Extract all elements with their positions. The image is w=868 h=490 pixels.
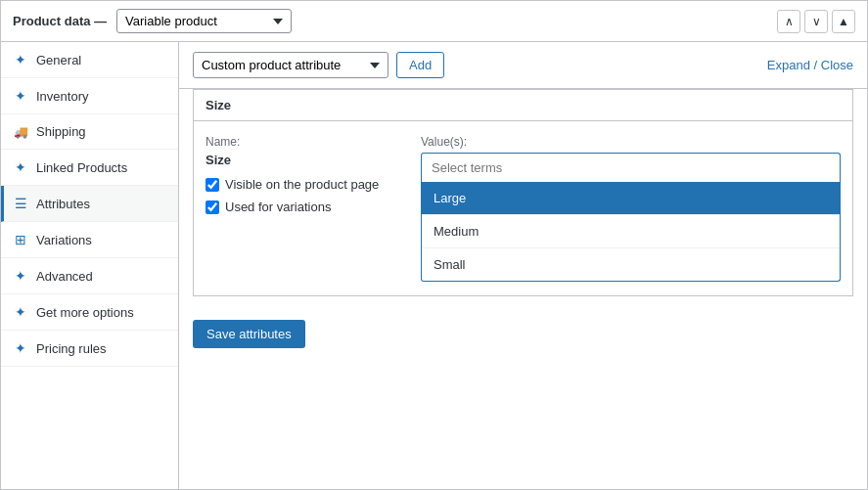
product-data-header: Product data — Variable productSimple pr… xyxy=(1,1,867,42)
visible-checkbox[interactable] xyxy=(206,178,219,192)
linked-products-icon: ✦ xyxy=(13,159,28,175)
sidebar-item-shipping[interactable]: 🚚 Shipping xyxy=(1,114,178,150)
values-search-input[interactable] xyxy=(421,153,841,182)
attr-type-select[interactable]: Custom product attribute xyxy=(193,52,388,78)
sidebar-label-variations: Variations xyxy=(36,233,92,247)
sidebar-label-shipping: Shipping xyxy=(36,124,86,139)
attr-panel-body: Name: Size Visible on the product page U… xyxy=(194,121,852,295)
sidebar-item-attributes[interactable]: ☰ Attributes xyxy=(1,186,178,222)
sidebar-item-linked-products[interactable]: ✦ Linked Products xyxy=(1,150,178,186)
chevron-up-button[interactable]: ∧ xyxy=(777,10,800,33)
content-area: Custom product attribute Add Expand / Cl… xyxy=(179,42,867,489)
expand-close-link[interactable]: Expand / Close xyxy=(767,58,853,72)
sidebar-label-advanced: Advanced xyxy=(36,269,93,284)
attributes-icon: ☰ xyxy=(13,196,28,211)
sidebar-item-advanced[interactable]: ✦ Advanced xyxy=(1,258,178,294)
general-icon: ✦ xyxy=(13,52,28,67)
sidebar-item-pricing-rules[interactable]: ✦ Pricing rules xyxy=(1,331,178,367)
sidebar-label-inventory: Inventory xyxy=(36,89,88,104)
expand-button[interactable]: ▲ xyxy=(832,10,855,33)
sidebar-label-get-more-options: Get more options xyxy=(36,305,134,320)
shipping-icon: 🚚 xyxy=(13,125,28,139)
product-type-select[interactable]: Variable productSimple productGrouped pr… xyxy=(116,9,292,33)
variations-label[interactable]: Used for variations xyxy=(225,200,331,214)
add-attribute-button[interactable]: Add xyxy=(396,52,444,78)
sidebar-item-inventory[interactable]: ✦ Inventory xyxy=(1,78,178,114)
visible-checkbox-row: Visible on the product page xyxy=(206,177,401,192)
visible-label[interactable]: Visible on the product page xyxy=(225,177,379,192)
attr-toolbar: Custom product attribute Add Expand / Cl… xyxy=(179,42,867,89)
sidebar-item-variations[interactable]: ⊞ Variations xyxy=(1,222,178,258)
save-attrs-row: Save attributes xyxy=(179,310,867,358)
pricing-rules-icon: ✦ xyxy=(13,340,28,356)
save-attributes-button[interactable]: Save attributes xyxy=(193,320,305,348)
chevron-down-button[interactable]: ∨ xyxy=(804,10,828,33)
attr-name-column: Name: Size Visible on the product page U… xyxy=(206,135,401,282)
attr-panel-header: Size xyxy=(194,90,852,121)
attribute-panel: Size Name: Size Visible on the product p… xyxy=(193,89,853,296)
attr-select-wrapper: Custom product attribute xyxy=(193,52,388,78)
product-data-label: Product data — xyxy=(13,14,107,28)
sidebar-label-attributes: Attributes xyxy=(36,197,90,211)
variations-icon: ⊞ xyxy=(13,232,28,247)
product-data-panel: Product data — Variable productSimple pr… xyxy=(0,0,868,490)
attr-values-label: Value(s): xyxy=(421,135,841,149)
values-dropdown: Large Medium Small xyxy=(421,182,841,282)
dropdown-option-large[interactable]: Large xyxy=(422,182,840,215)
dropdown-option-small[interactable]: Small xyxy=(422,248,840,281)
sidebar: ✦ General ✦ Inventory 🚚 Shipping ✦ Linke… xyxy=(1,42,179,489)
sidebar-item-general[interactable]: ✦ General xyxy=(1,42,178,78)
get-more-options-icon: ✦ xyxy=(13,304,28,320)
inventory-icon: ✦ xyxy=(13,88,28,104)
advanced-icon: ✦ xyxy=(13,268,28,284)
attr-values-column: Value(s): Large Medium Small xyxy=(421,135,841,282)
attr-name-label: Name: xyxy=(206,135,401,149)
variations-checkbox-row: Used for variations xyxy=(206,200,401,214)
attr-panel-title: Size xyxy=(206,98,231,112)
sidebar-item-get-more-options[interactable]: ✦ Get more options xyxy=(1,294,178,331)
main-layout: ✦ General ✦ Inventory 🚚 Shipping ✦ Linke… xyxy=(1,42,867,489)
variations-checkbox[interactable] xyxy=(206,200,219,214)
sidebar-label-general: General xyxy=(36,53,81,67)
dropdown-option-medium[interactable]: Medium xyxy=(422,215,840,248)
sidebar-label-linked-products: Linked Products xyxy=(36,160,127,175)
values-select-container: Large Medium Small xyxy=(421,153,841,282)
header-controls: ∧ ∨ ▲ xyxy=(777,10,855,33)
attr-name-value: Size xyxy=(206,153,401,167)
sidebar-label-pricing-rules: Pricing rules xyxy=(36,341,107,356)
